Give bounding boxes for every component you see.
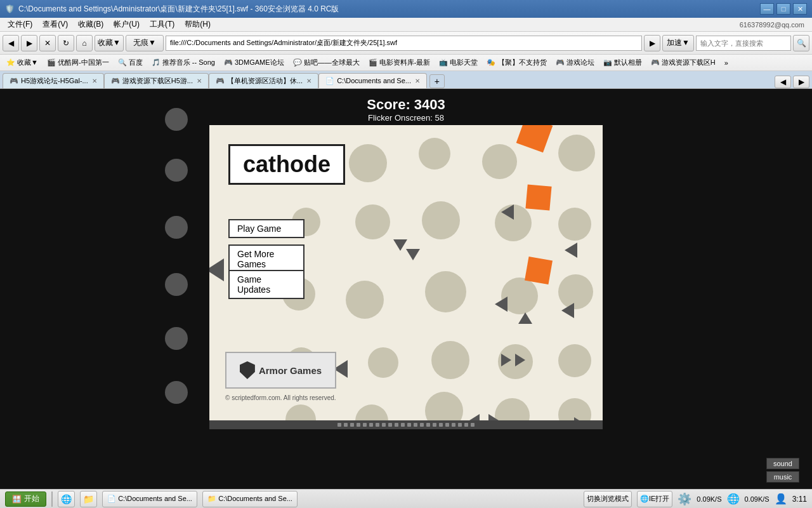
taskbar-item-2[interactable]: 📁 C:\Documents and Se... <box>202 491 298 507</box>
titlebar-controls[interactable]: — □ ✕ <box>760 3 807 15</box>
play-game-button[interactable]: Play Game <box>228 219 304 238</box>
menu-view[interactable]: 查看(V) <box>37 18 73 31</box>
bm-album[interactable]: 📷 默认相册 <box>599 57 646 69</box>
statusbar-left: 🪟 开始 🌐 📁 📄 C:\Documents and Se... 📁 C:\D… <box>5 491 298 507</box>
menu-tools[interactable]: 工具(T) <box>145 18 180 31</box>
music-button[interactable]: music <box>766 471 799 483</box>
forward-button[interactable]: ▶ <box>21 35 37 51</box>
pb-dot-2 <box>344 423 348 427</box>
bm-music[interactable]: 🎵 推荐音乐 -- Song <box>148 57 219 69</box>
close-button[interactable]: ✕ <box>793 3 807 15</box>
tab-close-1[interactable]: ✕ <box>197 77 202 84</box>
tab-prev[interactable]: ◀ <box>775 76 791 88</box>
search-button[interactable]: 🔍 <box>793 35 809 51</box>
pb-dot-13 <box>414 423 417 427</box>
stop-button[interactable]: ✕ <box>39 35 56 51</box>
pb-dot-22 <box>471 423 475 427</box>
taskbar-item-1[interactable]: 📄 C:\Documents and Se... <box>102 491 197 507</box>
user-email: 616378992@qq.com <box>740 21 804 29</box>
maximize-button[interactable]: □ <box>776 3 790 15</box>
bm-ju[interactable]: 🎭 【聚】不支持货 <box>483 57 550 69</box>
menu-favorites[interactable]: 收藏(B) <box>73 18 108 31</box>
statusbar-divider <box>51 491 53 507</box>
tab-close-0[interactable]: ✕ <box>92 77 97 84</box>
menu-file[interactable]: 文件(F) <box>3 18 37 31</box>
search-input[interactable] <box>696 36 791 51</box>
pb-dot-20 <box>458 423 462 427</box>
taskbar-icon-2[interactable]: 📁 <box>80 491 97 507</box>
bm-more[interactable]: » <box>721 58 732 68</box>
home-button[interactable]: ⌂ <box>76 35 93 51</box>
tri-bottom-2 <box>488 414 499 420</box>
bg-circle-19 <box>355 404 388 420</box>
tri-right-1 <box>501 354 511 366</box>
pb-dot-16 <box>433 423 436 427</box>
refresh-button[interactable]: ↻ <box>58 35 74 51</box>
tab-close-3[interactable]: ✕ <box>415 77 420 84</box>
start-button[interactable]: 🪟 开始 <box>5 491 46 507</box>
game-frame: cathode Play Game Get More Games Game Up… <box>209 125 603 420</box>
orange-sq-1 <box>516 125 553 152</box>
orange-sq-2 <box>525 184 551 210</box>
bookmarks-bar: ⭐ 收藏▼ 🎬 优酷网-中国第一 🔍 百度 🎵 推荐音乐 -- Song 🎮 3… <box>0 55 812 71</box>
tab-2[interactable]: 🎮 【单机资源区活动】休... ✕ <box>209 73 318 88</box>
bm-youku[interactable]: 🎬 优酷网-中国第一 <box>43 57 113 69</box>
bg-circle-1 <box>349 144 387 182</box>
bm-gamedown[interactable]: 🎮 游戏资源下载区H <box>647 57 719 69</box>
new-tab-button[interactable]: + <box>429 74 445 88</box>
tab-label-0: H5游戏论坛-H5Gal-... <box>21 76 88 86</box>
mode-switch-button[interactable]: 切换浏览模式 <box>584 491 632 507</box>
tab-close-2[interactable]: ✕ <box>306 77 311 84</box>
tri-down-2 <box>406 249 420 260</box>
tab-icon-2: 🎮 <box>216 77 225 85</box>
bm-collect[interactable]: ⭐ 收藏▼ <box>3 57 42 69</box>
taskbar-icon-1[interactable]: 🌐 <box>58 491 75 507</box>
minimize-button[interactable]: — <box>760 3 774 15</box>
tri-left-right <box>561 303 574 318</box>
menu-help[interactable]: 帮助(H) <box>180 18 216 31</box>
tri-down-1 <box>393 239 407 251</box>
bg-circle-24 <box>558 208 591 241</box>
menu-account[interactable]: 帐户(U) <box>108 18 145 31</box>
tab-3[interactable]: 📄 C:\Documents and Se... ✕ <box>318 73 427 88</box>
pb-dot-14 <box>420 423 424 427</box>
nopopup-button[interactable]: 无痕▼ <box>126 35 164 51</box>
ie-open-button[interactable]: 🌐 IE打开 <box>637 491 672 507</box>
bm-movie[interactable]: 🎬 电影资料库-最新 <box>365 57 435 69</box>
statusbar-right: 切换浏览模式 🌐 IE打开 ⚙️ 0.09K/S 🌐 0.09K/S 👤 3:1… <box>584 491 807 507</box>
tab-1[interactable]: 🎮 游戏资源下载区H5游... ✕ <box>104 73 209 88</box>
bm-baidu[interactable]: 🔍 百度 <box>114 57 147 69</box>
toggle-switch[interactable]: ⚙️ <box>678 492 691 506</box>
pb-dot-21 <box>464 423 468 427</box>
bg-circle-7 <box>425 271 466 312</box>
armor-games-logo[interactable]: Armor Games <box>225 352 336 389</box>
tab-0[interactable]: 🎮 H5游戏论坛-H5Gal-... ✕ <box>3 73 104 88</box>
bg-circle-2 <box>419 138 450 170</box>
ie-label: IE打开 <box>649 494 669 504</box>
bg-circle-22 <box>422 201 460 239</box>
addon-button[interactable]: 加速▼ <box>662 35 694 51</box>
pb-dot-8 <box>382 423 386 427</box>
side-circle-6 <box>165 381 188 404</box>
tabs: 🎮 H5游戏论坛-H5Gal-... ✕ 🎮 游戏资源下载区H5游... ✕ 🎮… <box>0 71 812 89</box>
game-updates-button[interactable]: Game Updates <box>228 270 304 299</box>
go-button[interactable]: ▶ <box>644 35 660 51</box>
left-nav-arrow[interactable] <box>209 258 224 281</box>
address-input[interactable] <box>166 36 642 51</box>
browser-icon: 🛡️ <box>5 4 15 13</box>
bm-heaven[interactable]: 📺 电影天堂 <box>435 57 481 69</box>
score-area: Score: 3403 Flicker Onscreen: 58 <box>0 91 812 125</box>
bm-tieba[interactable]: 💬 贴吧——全球最大 <box>289 57 363 69</box>
collect-button[interactable]: 收藏▼ <box>95 35 124 51</box>
tab-next[interactable]: ▶ <box>793 76 809 88</box>
bg-circle-12 <box>431 341 469 379</box>
pb-dot-19 <box>452 423 455 427</box>
bg-circle-21 <box>355 204 390 239</box>
back-button[interactable]: ◀ <box>3 35 19 51</box>
sound-button[interactable]: sound <box>766 458 799 469</box>
bg-circle-14 <box>558 344 591 377</box>
tab-label-1: 游戏资源下载区H5游... <box>122 76 193 86</box>
bm-3dmgame[interactable]: 🎮 3DMGAME论坛 <box>220 57 288 69</box>
bm-games[interactable]: 🎮 游戏论坛 <box>552 57 598 69</box>
tab-icon-0: 🎮 <box>10 77 18 85</box>
